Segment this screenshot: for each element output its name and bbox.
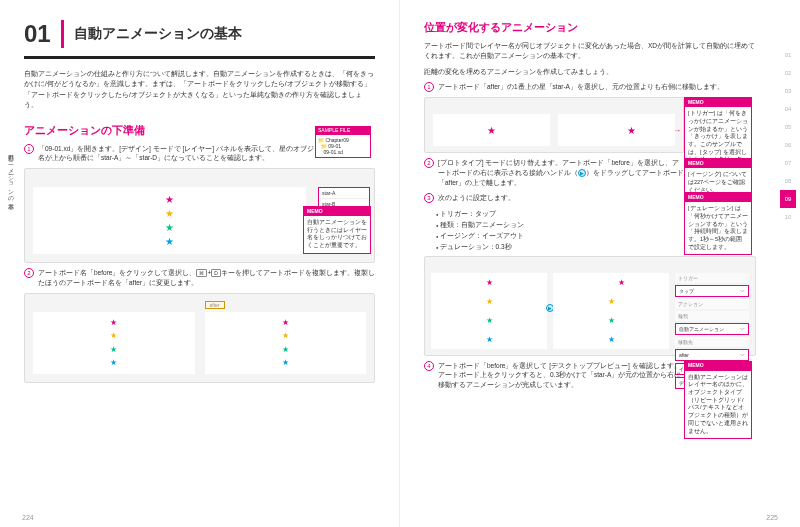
artboard-before: ★ ★ ★ ★: [33, 312, 195, 374]
panel-row: after﹀: [675, 349, 749, 361]
step-num: 1: [24, 144, 34, 154]
panel-label: トリガー: [675, 273, 749, 283]
after-label: after: [205, 302, 225, 308]
section-title-2: 位置が変化するアニメーション: [424, 20, 756, 35]
step-text: アートボード「after」の1番上の星「star-A」を選択し、元の位置よりも右…: [438, 82, 724, 92]
star-icon: ★: [282, 331, 289, 340]
memo-header: MEMO: [684, 361, 752, 370]
step-text: 次のように設定します。: [438, 193, 515, 203]
tab[interactable]: 10: [780, 208, 796, 226]
step-num: 1: [424, 82, 434, 92]
star-icon: ★: [165, 236, 174, 247]
star-icon: ★: [627, 125, 636, 136]
star-icon: ★: [165, 208, 174, 219]
memo-header: MEMO: [684, 97, 752, 106]
key-icon: ⌘: [196, 269, 207, 277]
memo-header: MEMO: [684, 192, 752, 201]
step-1r: 1 アートボード「after」の1番上の星「star-A」を選択し、元の位置より…: [424, 82, 756, 92]
step-num: 2: [24, 268, 34, 278]
intro: アートボード間でレイヤー名が同じオブジェクトに変化があった場合、XDが間を計算し…: [424, 41, 756, 61]
step-text: アートボード名「before」をクリックして選択し、⌘+Dキーを押してアートボー…: [38, 268, 375, 288]
panel-label: 種類: [675, 311, 749, 321]
star-icon: ★: [282, 358, 289, 367]
star-icon: ★: [486, 297, 493, 306]
star-icon: ★: [110, 358, 117, 367]
star-icon: ★: [110, 331, 117, 340]
screenshot-2: ★ ★ ★ ★ after ★ ★ ★ ★: [24, 293, 375, 383]
star-icon: ★: [608, 316, 615, 325]
memo-1: MEMO 自動アニメーションを行うときにはレイヤー名をしっかりつけておくことが重…: [303, 206, 371, 254]
memo-header: MEMO: [684, 158, 752, 167]
star-icon: ★: [486, 316, 493, 325]
screenshot-4: ★ ★ ★ ★ ▶ ★ ★ ★ ★ トリガー タップ﹀ アクション 種類 自動ア…: [424, 256, 756, 356]
artboard-after: after ★ ★ ★ ★: [205, 312, 367, 374]
tab[interactable]: 04: [780, 100, 796, 118]
artboard: ★ ★ ★ ★: [33, 187, 306, 254]
sample-body: 📁 Chapter09 📁 09-01 09-01.xd: [315, 134, 371, 158]
tab[interactable]: 08: [780, 172, 796, 190]
panel-label: アクション: [675, 299, 749, 309]
memo-duration: MEMO [デュレーション] は「何秒かけてアニメーションするか」という「持続時…: [684, 192, 752, 255]
after-tag: after: [205, 301, 225, 309]
tab[interactable]: 02: [780, 64, 796, 82]
key-icon: D: [211, 269, 221, 277]
t: アートボード名「before」をクリックして選択し、: [38, 269, 196, 276]
memo-bottom: MEMO 自動アニメーションはレイヤー名のほかに、オブジェクトタイプ（リピートグ…: [684, 361, 752, 440]
chapter-number: 01: [24, 20, 64, 48]
panel-row: タップ﹀: [675, 285, 749, 297]
tab[interactable]: 03: [780, 82, 796, 100]
memo-header: MEMO: [303, 206, 371, 215]
chapter-tabs: 01 02 03 04 05 06 07 08 09 10: [780, 46, 796, 226]
step-text: アートボード「before」を選択して [デスクトッププレビュー] を確認します…: [438, 361, 684, 390]
page-number: 224: [22, 514, 34, 521]
star-icon: ★: [486, 335, 493, 344]
chapter-title: 自動アニメーションの基本: [74, 25, 242, 43]
artboard-after: ★ ★ ★ ★: [553, 273, 669, 349]
star-icon: ★: [486, 278, 493, 287]
tab[interactable]: 05: [780, 118, 796, 136]
tab-active[interactable]: 09: [780, 190, 796, 208]
star-icon: ★: [110, 318, 117, 327]
sample-file-box: SAMPLE FILE 📁 Chapter09 📁 09-01 09-01.xd: [315, 126, 371, 158]
panel-row: 自動アニメーション﹀: [675, 323, 749, 335]
handle-icon: ▶: [578, 169, 586, 177]
memo-body: 自動アニメーションはレイヤー名のほかに、オブジェクトタイプ（リピートグリッド/パ…: [684, 370, 752, 440]
star-icon: ★: [165, 222, 174, 233]
sample-header: SAMPLE FILE: [315, 126, 371, 134]
memo-body: 自動アニメーションを行うときにはレイヤー名をしっかりつけておくことが重要です。: [303, 215, 371, 254]
tab[interactable]: 01: [780, 46, 796, 64]
chevron-down-icon: ﹀: [740, 352, 745, 358]
artboard-before: ★ ★ ★ ★ ▶: [431, 273, 547, 349]
screenshot-3: ★ ★→: [424, 97, 684, 153]
tab[interactable]: 06: [780, 136, 796, 154]
artboard-before: ★: [433, 114, 550, 146]
star-icon: ★: [608, 297, 615, 306]
file: 09-01.xd: [324, 149, 343, 155]
page-number: 225: [766, 514, 778, 521]
chapter-header: 01 自動アニメーションの基本: [24, 20, 375, 59]
memo-body: [デュレーション] は「何秒かけてアニメーションするか」という「持続時間」を表し…: [684, 201, 752, 255]
step-text: [プロトタイプ] モードに切り替えます。アートボード「before」を選択し、ア…: [438, 158, 684, 187]
v: タップ: [679, 288, 694, 294]
step-4r: 4 アートボード「before」を選択して [デスクトッププレビュー] を確認し…: [424, 361, 684, 390]
step-2: 2 アートボード名「before」をクリックして選択し、⌘+Dキーを押してアート…: [24, 268, 375, 288]
v: after: [679, 352, 689, 358]
star-icon: ★: [165, 194, 174, 205]
layer-row: star-A: [319, 188, 369, 199]
panel-label: 移動先: [675, 337, 749, 347]
step-2r: 2 [プロトタイプ] モードに切り替えます。アートボード「before」を選択し…: [424, 158, 684, 187]
chevron-down-icon: ﹀: [740, 288, 745, 294]
step-num: 3: [424, 193, 434, 203]
star-icon: ★: [110, 345, 117, 354]
intro: 距離の変化を埋めるアニメーションを作成してみましょう。: [424, 67, 756, 77]
tab[interactable]: 07: [780, 154, 796, 172]
chevron-down-icon: ﹀: [740, 326, 745, 332]
star-icon: ★: [608, 335, 615, 344]
star-icon: ★: [282, 318, 289, 327]
arrow-icon: →: [673, 126, 681, 135]
star-icon: ★: [487, 125, 496, 136]
star-icon: ★: [618, 278, 625, 287]
vertical-tab: 自動アニメーションの基本: [6, 150, 15, 199]
star-icon: ★: [282, 345, 289, 354]
proto-artboards: ★ ★ ★ ★ ▶ ★ ★ ★ ★: [431, 273, 669, 349]
